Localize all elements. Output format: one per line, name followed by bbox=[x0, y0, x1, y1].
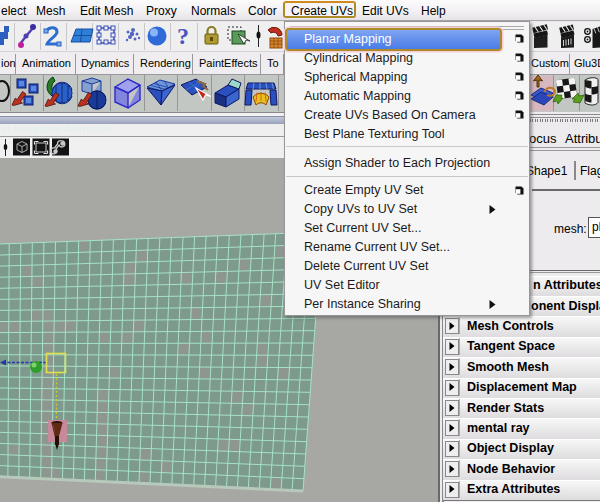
svg-text:Glu3D: Glu3D bbox=[574, 57, 600, 69]
svg-text:Animation: Animation bbox=[22, 57, 71, 69]
svg-text:Custom: Custom bbox=[531, 57, 569, 69]
svg-text:Dynamics: Dynamics bbox=[81, 57, 130, 69]
svg-text:ion: ion bbox=[1, 57, 16, 69]
svg-text:To: To bbox=[267, 57, 279, 69]
svg-text:?: ? bbox=[177, 23, 189, 49]
svg-text:PaintEffects: PaintEffects bbox=[199, 57, 258, 69]
svg-text:Rendering: Rendering bbox=[140, 57, 191, 69]
